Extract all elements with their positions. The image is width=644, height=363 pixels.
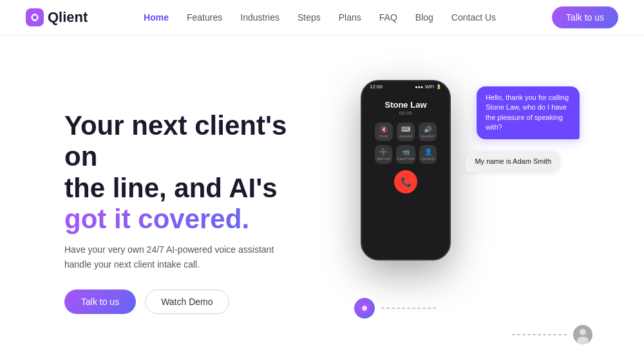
phone-end-call-button[interactable]: 📞 <box>394 170 417 193</box>
nav-industries[interactable]: Industries <box>240 12 279 23</box>
hero-section: Your next client's on the line, and AI's… <box>0 35 644 363</box>
nav-blog[interactable]: Blog <box>415 12 433 23</box>
phone-notch <box>390 90 422 95</box>
nav-features[interactable]: Features <box>187 12 222 23</box>
ai-chat-bubble: Hello, thank you for calling Stone Law, … <box>477 86 580 139</box>
qlient-typing-dots <box>381 308 436 309</box>
phone-btn-mute[interactable]: 🔇 mute <box>375 123 393 141</box>
user-chat-bubble: My name is Adam Smith <box>466 151 560 172</box>
user-typing-dots <box>512 334 567 335</box>
phone-call-screen: Stone Law 00:05 🔇 mute ⌨ keypad 🔊 speake… <box>362 95 450 199</box>
phone-btn-add[interactable]: ➕ add call <box>375 145 392 164</box>
site-header: Qlient Home Features Industries Steps Pl… <box>0 0 644 35</box>
user-avatar <box>573 325 592 344</box>
logo-text: Qlient <box>48 9 88 26</box>
phone-btn-facetime[interactable]: 📹 FaceTime <box>396 145 415 164</box>
hero-title-gradient: got it covered. <box>64 204 249 234</box>
hero-talk-button[interactable]: Talk to us <box>64 289 136 314</box>
phone-buttons-grid-1: 🔇 mute ⌨ keypad 🔊 speaker <box>368 123 443 141</box>
nav-faq[interactable]: FAQ <box>379 12 397 23</box>
phone-buttons-grid-2: ➕ add call 📹 FaceTime 👤 contacts <box>368 145 443 164</box>
logo[interactable]: Qlient <box>26 8 88 26</box>
hero-title: Your next client's on the line, and AI's… <box>64 110 322 235</box>
hero-visual: 12:00 ●●● WiFi 🔋 Stone Law 00:05 🔇 mute <box>322 74 592 351</box>
svg-point-5 <box>577 337 589 344</box>
phone-status-bar: 12:00 ●●● WiFi 🔋 <box>362 81 450 90</box>
hero-title-line1: Your next client's on <box>64 110 287 172</box>
svg-point-4 <box>580 329 586 335</box>
phone-mockup: 12:00 ●●● WiFi 🔋 Stone Law 00:05 🔇 mute <box>361 80 451 260</box>
phone-btn-speaker[interactable]: 🔊 speaker <box>419 123 437 141</box>
logo-icon <box>26 8 44 26</box>
header-cta-button[interactable]: Talk to us <box>552 6 618 28</box>
chat-row-user <box>380 325 592 344</box>
nav-steps[interactable]: Steps <box>298 12 321 23</box>
chat-row-qlient <box>354 298 592 319</box>
svg-point-1 <box>33 15 37 19</box>
hero-title-line2: the line, and AI's <box>64 173 277 203</box>
nav-plans[interactable]: Plans <box>339 12 361 23</box>
hero-subtitle: Have your very own 24/7 AI-powered voice… <box>64 242 283 271</box>
hero-buttons: Talk to us Watch Demo <box>64 289 322 314</box>
phone-call-sub: 00:05 <box>368 110 443 116</box>
phone-btn-keypad[interactable]: ⌨ keypad <box>397 123 415 141</box>
phone-time: 12:00 <box>370 84 383 90</box>
phone-call-name: Stone Law <box>368 100 443 110</box>
hero-content: Your next client's on the line, and AI's… <box>64 110 322 314</box>
nav-contact[interactable]: Contact Us <box>451 12 496 23</box>
nav-home[interactable]: Home <box>144 12 169 23</box>
phone-btn-contacts[interactable]: 👤 contacts <box>419 145 437 164</box>
main-nav: Home Features Industries Steps Plans FAQ… <box>144 12 496 23</box>
qlient-avatar <box>354 298 375 319</box>
hero-demo-button[interactable]: Watch Demo <box>145 289 229 314</box>
